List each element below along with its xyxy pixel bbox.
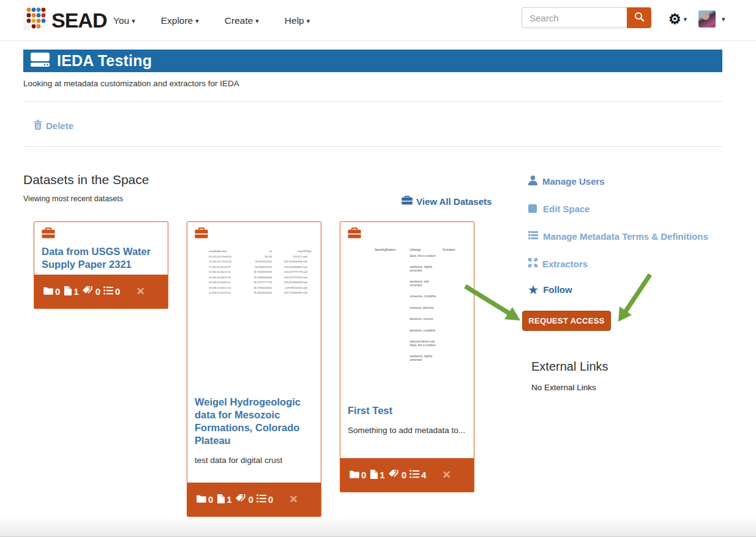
file-icon [64, 286, 72, 297]
file-count: 1 [370, 470, 384, 481]
star-icon: ★ [528, 285, 538, 295]
metadata-count: 0 [256, 494, 273, 505]
chevron-down-icon: ▾ [255, 17, 259, 24]
nav-you[interactable]: You▾ [113, 15, 135, 26]
dataset-stats-bar: 0 1 0 0 ✕ [187, 483, 321, 516]
dataset-title-link[interactable]: Data from USGS Water Supply Paper 2321 [42, 245, 160, 271]
space-description: Looking at metadata customization and ex… [23, 79, 239, 88]
search-input[interactable] [522, 7, 627, 28]
divider [23, 101, 722, 102]
metadata-count: 4 [410, 470, 426, 480]
brand-name: SEAD [51, 9, 107, 32]
tags-icon [236, 494, 247, 505]
space-title: IEDA Testing [57, 52, 152, 70]
nav-explore[interactable]: Explore▾ [161, 15, 199, 26]
list-icon [103, 286, 113, 297]
extractors-arrows-icon [528, 258, 537, 269]
extractors-link[interactable]: Extractors [528, 258, 588, 269]
folder-count: 0 [43, 286, 60, 297]
dataset-title-link[interactable]: Weigel Hydrogeologic data for Mesozoic F… [195, 396, 313, 447]
tags-count: 0 [236, 494, 253, 505]
user-icon [528, 176, 537, 187]
user-menu[interactable]: ▾ [698, 10, 725, 28]
dataset-thumbnail[interactable]: SamplingFeatureLithologyFormationSand, f… [375, 248, 466, 400]
follow-link[interactable]: ★ Follow [528, 284, 572, 295]
manage-metadata-link[interactable]: Manage Metadata Terms & Definitions [528, 231, 708, 242]
dataset-stats-bar: 0 1 0 0 ✕ [34, 275, 168, 308]
file-count: 1 [217, 494, 231, 505]
search-button[interactable] [627, 7, 651, 28]
briefcase-icon [402, 196, 413, 207]
remove-dataset-icon[interactable]: ✕ [442, 468, 451, 481]
user-avatar [698, 10, 716, 28]
page-footer [0, 517, 756, 537]
edit-icon [528, 203, 538, 215]
dataset-card: SamplingFeatureLithologyFormationSand, f… [340, 221, 474, 492]
view-all-datasets-link[interactable]: View All Datasets [402, 196, 492, 207]
file-icon [370, 470, 378, 481]
sead-logo-dots-icon [23, 6, 47, 34]
tags-icon [389, 470, 400, 480]
divider [23, 146, 722, 147]
search-bar [522, 7, 651, 28]
list-icon [410, 470, 419, 480]
chevron-down-icon: ▾ [684, 15, 687, 23]
chevron-down-icon: ▾ [195, 17, 199, 24]
datasets-subheading: Viewing most recent datasets [23, 194, 123, 203]
remove-dataset-icon[interactable]: ✕ [289, 493, 298, 506]
settings-menu[interactable]: ⚙ ▾ [668, 12, 687, 26]
sead-logo[interactable]: SEAD [23, 6, 107, 34]
top-navbar: SEAD You▾ Explore▾ Create▾ Help▾ ⚙ ▾ ▾ [0, 0, 756, 41]
main-nav: You▾ Explore▾ Create▾ Help▾ [113, 0, 310, 41]
dataset-card: samplingFeaturelatlongSFType09-019+06.13… [187, 221, 321, 517]
nav-create[interactable]: Create▾ [225, 15, 259, 26]
tags-count: 0 [389, 470, 406, 480]
nav-help[interactable]: Help▾ [285, 15, 310, 26]
folder-icon [43, 286, 53, 297]
space-hdd-icon [31, 53, 50, 69]
tags-count: 0 [83, 286, 100, 297]
dataset-title-link[interactable]: First Test [348, 404, 466, 417]
delete-label: Delete [46, 120, 73, 131]
external-links-empty-text: No External Links [531, 383, 596, 392]
chevron-down-icon: ▾ [722, 15, 725, 23]
external-links-heading: External Links [531, 360, 608, 374]
folder-count: 0 [196, 494, 213, 505]
chevron-down-icon: ▾ [307, 17, 310, 24]
request-access-button[interactable]: REQUEST ACCESS [522, 311, 611, 331]
file-icon [217, 494, 225, 505]
list-icon [256, 494, 266, 505]
space-title-bar: IEDA Testing [23, 50, 722, 72]
manage-users-link[interactable]: Manage Users [528, 176, 605, 187]
delete-space-button[interactable]: Delete [34, 120, 73, 131]
briefcase-icon [348, 228, 466, 241]
file-count: 1 [64, 286, 78, 297]
folder-icon [196, 494, 206, 505]
folder-icon [350, 470, 359, 480]
folder-count: 0 [350, 470, 366, 480]
chevron-down-icon: ▾ [132, 17, 135, 24]
green-arrow-right-icon [618, 275, 650, 322]
metadata-list-icon [528, 231, 538, 242]
briefcase-icon [42, 228, 160, 241]
dataset-thumbnail[interactable]: samplingFeaturelatlongSFType09-019+06.13… [209, 250, 313, 391]
remove-dataset-icon[interactable]: ✕ [136, 285, 144, 298]
dataset-stats-bar: 0 1 0 4 ✕ [340, 458, 474, 492]
dataset-description: Something to add metadata to... [348, 424, 466, 437]
gear-icon: ⚙ [668, 12, 681, 26]
dataset-card: Data from USGS Water Supply Paper 2321 0… [34, 221, 168, 309]
tags-icon [83, 286, 94, 297]
page: SEAD You▾ Explore▾ Create▾ Help▾ ⚙ ▾ ▾ [0, 0, 756, 537]
search-icon [634, 12, 645, 24]
metadata-count: 0 [103, 286, 120, 297]
dataset-description: test data for digital crust [195, 454, 313, 467]
datasets-heading: Datasets in the Space [23, 172, 149, 187]
briefcase-icon [195, 228, 313, 241]
trash-icon [34, 120, 42, 131]
edit-space-link[interactable]: Edit Space [528, 203, 590, 215]
